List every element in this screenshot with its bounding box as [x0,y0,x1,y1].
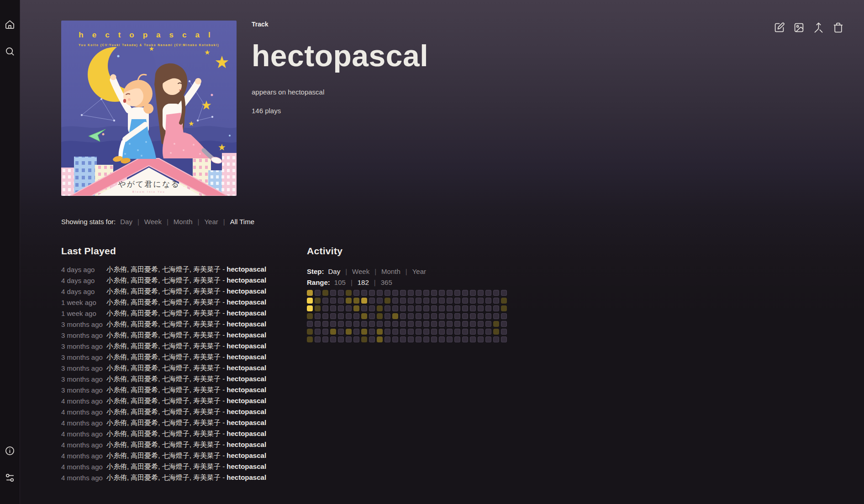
option-month[interactable]: Month [381,268,400,275]
search-button[interactable] [5,46,15,57]
play-time: 4 months ago [61,397,106,405]
activity-heading: Activity [307,246,507,257]
heatmap-cell [439,321,445,327]
trash-icon [832,22,844,33]
play-song-link[interactable]: 小糸侑, 高田憂希, 七海燈子, 寿美菜子 - hectopascal [106,298,266,307]
heatmap-cell [338,329,344,335]
heatmap-cell [454,305,460,311]
heatmap-cell [353,305,359,311]
settings-button[interactable] [5,472,15,483]
option-day[interactable]: Day [120,218,132,226]
list-item: 4 months ago小糸侑, 高田憂希, 七海燈子, 寿美菜子 - hect… [61,428,303,439]
play-song-link[interactable]: 小糸侑, 高田憂希, 七海燈子, 寿美菜子 - hectopascal [106,353,266,362]
option-365[interactable]: 365 [381,278,392,286]
heatmap-cell [377,313,383,319]
play-song-link[interactable]: 小糸侑, 高田憂希, 七海燈子, 寿美菜子 - hectopascal [106,309,266,318]
play-song-link[interactable]: 小糸侑, 高田憂希, 七海燈子, 寿美菜子 - hectopascal [106,462,266,471]
heatmap-cell [377,298,383,304]
heatmap-cell [307,290,313,296]
heatmap-cell [400,321,406,327]
list-item: 4 days ago小糸侑, 高田憂希, 七海燈子, 寿美菜子 - hectop… [61,286,303,297]
play-song-link[interactable]: 小糸侑, 高田憂希, 七海燈子, 寿美菜子 - hectopascal [106,276,266,285]
heatmap-cell [431,313,437,319]
heatmap-cell [315,329,321,335]
delete-button[interactable] [832,22,844,33]
play-time: 4 days ago [61,277,106,284]
play-song-link[interactable]: 小糸侑, 高田憂希, 七海燈子, 寿美菜子 - hectopascal [106,419,266,427]
play-song-link[interactable]: 小糸侑, 高田憂希, 七海燈子, 寿美菜子 - hectopascal [106,364,266,373]
heatmap-cell [423,336,429,342]
heatmap-cell [485,305,491,311]
play-track-name: hectopascal [227,320,266,328]
heatmap-cell [400,336,406,342]
heatmap-cell [369,305,375,311]
heatmap-cell [392,313,398,319]
heatmap-cell [501,305,507,311]
separator: | [406,268,407,275]
list-item: 1 week ago小糸侑, 高田憂希, 七海燈子, 寿美菜子 - hectop… [61,297,303,308]
heatmap-cell [493,313,499,319]
heatmap-cell [408,290,414,296]
play-song-link[interactable]: 小糸侑, 高田憂希, 七海燈子, 寿美菜子 - hectopascal [106,287,266,296]
stats-filter-options: Day|Week|Month|Year|All Time [120,218,254,226]
heatmap-cell [377,290,383,296]
play-song-link[interactable]: 小糸侑, 高田憂希, 七海燈子, 寿美菜子 - hectopascal [106,375,266,383]
heatmap-cell [416,336,421,342]
heatmap-cell [501,298,507,304]
edit-button[interactable] [774,22,785,33]
option-week[interactable]: Week [352,268,369,275]
list-item: 3 months ago小糸侑, 高田憂希, 七海燈子, 寿美菜子 - hect… [61,362,303,373]
play-song-link[interactable]: 小糸侑, 高田憂希, 七海燈子, 寿美菜子 - hectopascal [106,342,266,351]
play-song-link[interactable]: 小糸侑, 高田憂希, 七海燈子, 寿美菜子 - hectopascal [106,408,266,416]
heatmap-cell [454,321,460,327]
play-song-link[interactable]: 小糸侑, 高田憂希, 七海燈子, 寿美菜子 - hectopascal [106,386,266,394]
option-year[interactable]: Year [412,268,426,275]
heatmap-cell [501,313,507,319]
heatmap-cell [447,321,453,327]
merge-button[interactable] [813,22,824,33]
play-song-link[interactable]: 小糸侑, 高田憂希, 七海燈子, 寿美菜子 - hectopascal [106,441,266,449]
range-row: Range: 105|182|365 [307,277,507,288]
appears-on-album-link[interactable]: hectopascal [288,88,324,96]
play-song-link[interactable]: 小糸侑, 高田憂希, 七海燈子, 寿美菜子 - hectopascal [106,320,266,329]
play-song-link[interactable]: 小糸侑, 高田憂希, 七海燈子, 寿美菜子 - hectopascal [106,473,266,482]
heatmap-cell [462,336,468,342]
play-song-link[interactable]: 小糸侑, 高田憂希, 七海燈子, 寿美菜子 - hectopascal [106,265,266,274]
play-song-link[interactable]: 小糸侑, 高田憂希, 七海燈子, 寿美菜子 - hectopascal [106,331,266,340]
heatmap-cell [470,329,476,335]
heatmap-cell [322,329,328,335]
heatmap-cell [400,313,406,319]
play-song-link[interactable]: 小糸侑, 高田憂希, 七海燈子, 寿美菜子 - hectopascal [106,452,266,460]
heatmap-cell [361,298,367,304]
info-button[interactable] [5,446,15,456]
heatmap-cell [338,298,344,304]
play-song-link[interactable]: 小糸侑, 高田憂希, 七海燈子, 寿美菜子 - hectopascal [106,397,266,405]
play-time: 4 months ago [61,452,106,460]
heatmap-cell [307,321,313,327]
option-week[interactable]: Week [144,218,162,226]
heatmap-cell [400,329,406,335]
appears-on-line: appears on hectopascal [252,88,428,96]
heatmap-cell [330,329,336,335]
play-track-name: hectopascal [227,353,266,361]
option-182[interactable]: 182 [358,278,369,286]
page-title: hectopascal [252,41,428,71]
option-year[interactable]: Year [204,218,218,226]
play-time: 4 months ago [61,419,106,427]
change-image-button[interactable] [793,22,805,33]
heatmap-cell [470,313,476,319]
play-time: 3 months ago [61,342,106,350]
option-all-time[interactable]: All Time [230,218,254,226]
heatmap-cell [478,298,484,304]
heatmap-cell [493,321,499,327]
play-track-name: hectopascal [227,397,266,404]
heatmap-cell [338,305,344,311]
option-month[interactable]: Month [174,218,193,226]
option-105[interactable]: 105 [334,278,346,286]
play-song-link[interactable]: 小糸侑, 高田憂希, 七海燈子, 寿美菜子 - hectopascal [106,430,266,438]
home-button[interactable] [5,19,15,30]
heatmap-cell [369,336,375,342]
heatmap-cell [439,313,445,319]
option-day[interactable]: Day [328,268,341,275]
home-icon [5,19,15,30]
